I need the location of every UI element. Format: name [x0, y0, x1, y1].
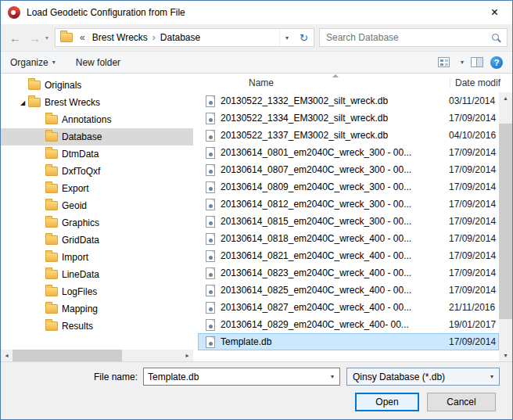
file-row[interactable]: 20130614_0821_em2040C_wreck_400 - 00...1… — [198, 247, 499, 264]
tree-item[interactable]: Export — [1, 180, 193, 197]
forward-button[interactable]: → — [25, 31, 45, 45]
database-file-icon — [206, 216, 215, 228]
tree-item[interactable]: Results — [1, 318, 193, 335]
scrollbar-track[interactable] — [13, 350, 181, 361]
file-date-modified: 19/01/2017 — [449, 319, 499, 330]
folder-icon — [45, 270, 58, 279]
folder-icon — [45, 201, 58, 210]
refresh-button[interactable]: ↻ — [294, 29, 314, 46]
organize-menu-button[interactable]: Organize ▾ — [10, 57, 56, 68]
chevron-down-icon: ▾ — [285, 34, 289, 41]
open-button[interactable]: Open — [355, 393, 419, 411]
folder-icon — [28, 81, 41, 90]
file-date-modified: 17/09/2014 — [449, 199, 499, 210]
scrollbar-thumb[interactable] — [13, 350, 122, 361]
tree-item[interactable]: LineData — [1, 266, 193, 283]
new-folder-button[interactable]: New folder — [76, 57, 120, 68]
file-row[interactable]: 20130614_0823_em2040C_wreck_400 - 00...1… — [198, 264, 499, 282]
tree-item[interactable]: Mapping — [1, 300, 193, 318]
change-view-icon[interactable] — [438, 57, 450, 67]
forward-icon: → — [29, 31, 41, 45]
scroll-down-icon[interactable]: ▾ — [499, 350, 512, 361]
search-input[interactable] — [326, 32, 491, 43]
search-icon[interactable] — [491, 33, 501, 43]
column-header-name[interactable]: Name — [198, 77, 450, 88]
tree-item[interactable]: ◢Brest Wrecks — [1, 94, 193, 111]
file-row[interactable]: 20130614_0807_em2040C_wreck_300 - 00...1… — [198, 161, 499, 178]
scroll-right-icon[interactable]: ▸ — [181, 350, 193, 361]
file-name-input[interactable] — [144, 372, 325, 382]
address-bar[interactable]: « Brest Wrecks › Database ▾ ↻ — [55, 28, 314, 47]
expand-arrow-icon[interactable]: ◢ — [17, 99, 28, 106]
tree-item[interactable]: Import — [1, 249, 193, 266]
help-icon[interactable]: ? — [490, 56, 503, 69]
search-box[interactable] — [319, 28, 508, 47]
tree-item-label: DxfToQxf — [62, 166, 100, 177]
scrollbar-thumb[interactable] — [499, 124, 512, 319]
app-logo-icon — [8, 6, 20, 19]
file-name: Template.db — [221, 336, 449, 347]
file-date-modified: 03/11/2014 — [449, 95, 499, 106]
file-row[interactable]: 20130614_0827_em2040C_wreck_400 - 00...2… — [198, 299, 499, 316]
close-button[interactable]: × — [477, 1, 512, 24]
file-row[interactable]: 20130614_0825_em2040C_wreck_400 - 00...1… — [198, 282, 499, 299]
file-name: 20130614_0821_em2040C_wreck_400 - 00... — [221, 250, 449, 261]
cancel-button[interactable]: Cancel — [427, 393, 496, 411]
file-row[interactable]: 20130614_0815_em2040C_wreck_300 - 00...1… — [198, 213, 499, 230]
tree-item[interactable]: DtmData — [1, 145, 193, 163]
file-row[interactable]: 20130614_0809_em2040C_wreck_300 - 00...1… — [198, 178, 499, 196]
file-row[interactable]: 20130614_0812_em2040C_wreck_300 - 00...1… — [198, 196, 499, 213]
history-dropdown-button[interactable]: ▾ — [45, 34, 52, 41]
tree-item[interactable]: GridData — [1, 232, 193, 249]
file-name: 20130614_0812_em2040C_wreck_300 - 00... — [221, 199, 449, 210]
tree-item[interactable]: Database — [1, 128, 193, 145]
chevron-down-icon[interactable]: ▾ — [461, 59, 464, 66]
file-row[interactable]: 20130522_1334_EM3002_silt_wreck.db17/09/… — [198, 109, 499, 127]
preview-pane-icon[interactable] — [471, 57, 483, 67]
file-row[interactable]: 20130522_1332_EM3002_silt_wreck.db03/11/… — [198, 92, 499, 109]
tree-item[interactable]: Originals — [1, 77, 193, 94]
chevron-down-icon[interactable]: ▾ — [325, 368, 339, 385]
close-icon: × — [491, 5, 498, 20]
column-header-date[interactable]: Date modif — [450, 77, 512, 88]
file-name-combo[interactable]: ▾ — [143, 368, 340, 386]
navigation-bar: ← → ▾ « Brest Wrecks › Database ▾ ↻ — [1, 24, 512, 51]
open-file-dialog: Load Geodetic Configuration from File × … — [0, 0, 513, 420]
folder-icon — [60, 33, 73, 42]
database-file-icon — [206, 130, 215, 142]
file-row[interactable]: 20130614_0818_em2040C_wreck_400 - 00...1… — [198, 230, 499, 247]
back-button[interactable]: ← — [5, 31, 25, 45]
title-bar: Load Geodetic Configuration from File × — [1, 1, 512, 24]
database-file-icon — [206, 147, 215, 159]
tree-item[interactable]: DxfToQxf — [1, 163, 193, 180]
database-file-icon — [206, 233, 215, 245]
file-row[interactable]: 20130522_1337_EM3002_silt_wreck.db04/10/… — [198, 127, 499, 144]
tree-item[interactable]: Graphics — [1, 214, 193, 232]
horizontal-scrollbar[interactable]: ◂ ▸ — [1, 350, 193, 361]
folder-icon — [45, 167, 58, 176]
file-row[interactable]: Template.db17/09/2014 — [198, 333, 499, 350]
address-dropdown-button[interactable]: ▾ — [279, 29, 294, 46]
file-rows: 20130522_1332_EM3002_silt_wreck.db03/11/… — [198, 92, 499, 361]
file-row[interactable]: 20130614_0829_em2040C_wreck_400- 00...19… — [198, 316, 499, 333]
organize-label: Organize — [10, 57, 48, 68]
breadcrumb-item[interactable]: Database — [156, 32, 204, 43]
scroll-up-icon[interactable]: ▴ — [499, 92, 512, 104]
database-file-icon — [206, 267, 215, 279]
folder-icon — [45, 253, 58, 262]
breadcrumb-item[interactable]: Brest Wrecks — [88, 32, 152, 43]
tree-item[interactable]: Annotations — [1, 111, 193, 128]
chevron-down-icon: ▾ — [45, 34, 48, 41]
file-row[interactable]: 20130614_0801_em2040C_wreck_300 - 00...1… — [198, 144, 499, 161]
tree-item-label: Mapping — [62, 303, 98, 314]
file-date-modified: 17/09/2014 — [449, 285, 499, 296]
folder-tree: Originals◢Brest WrecksAnnotationsDatabas… — [1, 74, 193, 361]
scroll-left-icon[interactable]: ◂ — [1, 350, 13, 361]
tree-item[interactable]: Geoid — [1, 197, 193, 214]
file-date-modified: 17/09/2014 — [449, 216, 499, 227]
vertical-scrollbar[interactable]: ▴ ▾ — [499, 92, 512, 361]
cancel-button-label: Cancel — [447, 397, 475, 407]
file-type-combo[interactable]: Qinsy Database (*.db) ▾ — [346, 368, 500, 386]
tree-item[interactable]: LogFiles — [1, 283, 193, 300]
breadcrumb-overflow-button[interactable]: « — [77, 32, 88, 43]
